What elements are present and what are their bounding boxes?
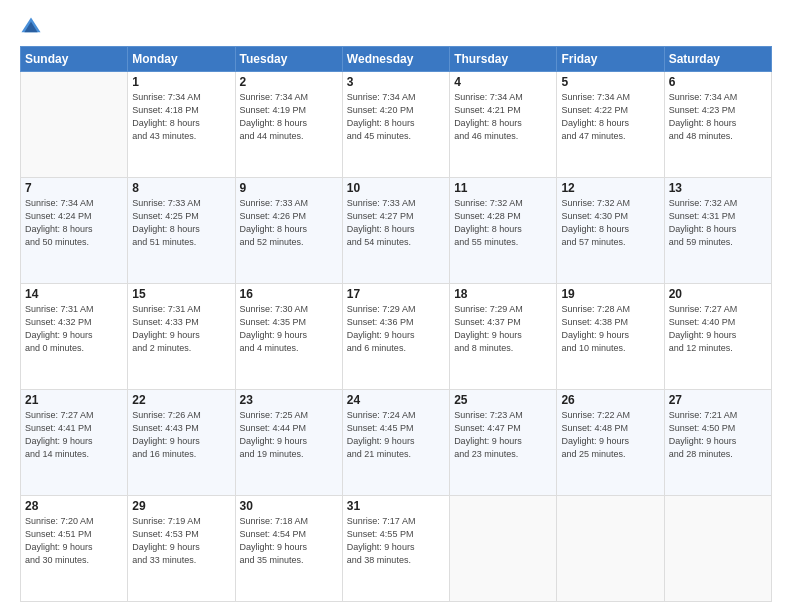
day-info: Sunrise: 7:29 AM Sunset: 4:36 PM Dayligh…	[347, 303, 445, 355]
day-info: Sunrise: 7:19 AM Sunset: 4:53 PM Dayligh…	[132, 515, 230, 567]
calendar-cell: 26Sunrise: 7:22 AM Sunset: 4:48 PM Dayli…	[557, 390, 664, 496]
day-info: Sunrise: 7:33 AM Sunset: 4:26 PM Dayligh…	[240, 197, 338, 249]
calendar-cell: 6Sunrise: 7:34 AM Sunset: 4:23 PM Daylig…	[664, 72, 771, 178]
calendar-cell: 29Sunrise: 7:19 AM Sunset: 4:53 PM Dayli…	[128, 496, 235, 602]
calendar: SundayMondayTuesdayWednesdayThursdayFrid…	[20, 46, 772, 602]
day-info: Sunrise: 7:26 AM Sunset: 4:43 PM Dayligh…	[132, 409, 230, 461]
day-header-sunday: Sunday	[21, 47, 128, 72]
day-number: 30	[240, 499, 338, 513]
day-number: 17	[347, 287, 445, 301]
day-info: Sunrise: 7:32 AM Sunset: 4:31 PM Dayligh…	[669, 197, 767, 249]
calendar-cell: 1Sunrise: 7:34 AM Sunset: 4:18 PM Daylig…	[128, 72, 235, 178]
day-number: 5	[561, 75, 659, 89]
day-number: 20	[669, 287, 767, 301]
calendar-cell: 10Sunrise: 7:33 AM Sunset: 4:27 PM Dayli…	[342, 178, 449, 284]
day-number: 25	[454, 393, 552, 407]
day-info: Sunrise: 7:28 AM Sunset: 4:38 PM Dayligh…	[561, 303, 659, 355]
calendar-cell: 15Sunrise: 7:31 AM Sunset: 4:33 PM Dayli…	[128, 284, 235, 390]
page: SundayMondayTuesdayWednesdayThursdayFrid…	[0, 0, 792, 612]
day-number: 2	[240, 75, 338, 89]
day-number: 8	[132, 181, 230, 195]
day-header-tuesday: Tuesday	[235, 47, 342, 72]
calendar-cell: 25Sunrise: 7:23 AM Sunset: 4:47 PM Dayli…	[450, 390, 557, 496]
calendar-cell: 30Sunrise: 7:18 AM Sunset: 4:54 PM Dayli…	[235, 496, 342, 602]
day-number: 6	[669, 75, 767, 89]
day-number: 28	[25, 499, 123, 513]
calendar-cell: 31Sunrise: 7:17 AM Sunset: 4:55 PM Dayli…	[342, 496, 449, 602]
calendar-cell: 23Sunrise: 7:25 AM Sunset: 4:44 PM Dayli…	[235, 390, 342, 496]
calendar-cell	[664, 496, 771, 602]
day-header-friday: Friday	[557, 47, 664, 72]
logo-icon	[20, 16, 42, 38]
day-number: 22	[132, 393, 230, 407]
calendar-cell: 8Sunrise: 7:33 AM Sunset: 4:25 PM Daylig…	[128, 178, 235, 284]
day-info: Sunrise: 7:34 AM Sunset: 4:24 PM Dayligh…	[25, 197, 123, 249]
calendar-week-row: 14Sunrise: 7:31 AM Sunset: 4:32 PM Dayli…	[21, 284, 772, 390]
day-number: 13	[669, 181, 767, 195]
day-info: Sunrise: 7:31 AM Sunset: 4:32 PM Dayligh…	[25, 303, 123, 355]
day-number: 16	[240, 287, 338, 301]
calendar-cell: 3Sunrise: 7:34 AM Sunset: 4:20 PM Daylig…	[342, 72, 449, 178]
calendar-cell: 17Sunrise: 7:29 AM Sunset: 4:36 PM Dayli…	[342, 284, 449, 390]
day-info: Sunrise: 7:34 AM Sunset: 4:22 PM Dayligh…	[561, 91, 659, 143]
calendar-week-row: 7Sunrise: 7:34 AM Sunset: 4:24 PM Daylig…	[21, 178, 772, 284]
day-info: Sunrise: 7:24 AM Sunset: 4:45 PM Dayligh…	[347, 409, 445, 461]
day-number: 21	[25, 393, 123, 407]
calendar-cell: 21Sunrise: 7:27 AM Sunset: 4:41 PM Dayli…	[21, 390, 128, 496]
calendar-cell: 24Sunrise: 7:24 AM Sunset: 4:45 PM Dayli…	[342, 390, 449, 496]
day-header-thursday: Thursday	[450, 47, 557, 72]
calendar-cell: 22Sunrise: 7:26 AM Sunset: 4:43 PM Dayli…	[128, 390, 235, 496]
day-info: Sunrise: 7:29 AM Sunset: 4:37 PM Dayligh…	[454, 303, 552, 355]
calendar-cell: 14Sunrise: 7:31 AM Sunset: 4:32 PM Dayli…	[21, 284, 128, 390]
day-info: Sunrise: 7:34 AM Sunset: 4:23 PM Dayligh…	[669, 91, 767, 143]
day-number: 14	[25, 287, 123, 301]
day-info: Sunrise: 7:27 AM Sunset: 4:40 PM Dayligh…	[669, 303, 767, 355]
day-info: Sunrise: 7:33 AM Sunset: 4:25 PM Dayligh…	[132, 197, 230, 249]
day-info: Sunrise: 7:22 AM Sunset: 4:48 PM Dayligh…	[561, 409, 659, 461]
day-number: 12	[561, 181, 659, 195]
calendar-cell: 11Sunrise: 7:32 AM Sunset: 4:28 PM Dayli…	[450, 178, 557, 284]
calendar-cell	[450, 496, 557, 602]
day-info: Sunrise: 7:17 AM Sunset: 4:55 PM Dayligh…	[347, 515, 445, 567]
day-info: Sunrise: 7:32 AM Sunset: 4:30 PM Dayligh…	[561, 197, 659, 249]
day-info: Sunrise: 7:25 AM Sunset: 4:44 PM Dayligh…	[240, 409, 338, 461]
day-number: 26	[561, 393, 659, 407]
day-info: Sunrise: 7:18 AM Sunset: 4:54 PM Dayligh…	[240, 515, 338, 567]
day-number: 1	[132, 75, 230, 89]
calendar-cell	[557, 496, 664, 602]
calendar-cell: 27Sunrise: 7:21 AM Sunset: 4:50 PM Dayli…	[664, 390, 771, 496]
day-info: Sunrise: 7:20 AM Sunset: 4:51 PM Dayligh…	[25, 515, 123, 567]
calendar-cell: 28Sunrise: 7:20 AM Sunset: 4:51 PM Dayli…	[21, 496, 128, 602]
calendar-cell: 5Sunrise: 7:34 AM Sunset: 4:22 PM Daylig…	[557, 72, 664, 178]
day-number: 23	[240, 393, 338, 407]
calendar-cell: 7Sunrise: 7:34 AM Sunset: 4:24 PM Daylig…	[21, 178, 128, 284]
day-info: Sunrise: 7:34 AM Sunset: 4:20 PM Dayligh…	[347, 91, 445, 143]
day-info: Sunrise: 7:32 AM Sunset: 4:28 PM Dayligh…	[454, 197, 552, 249]
day-info: Sunrise: 7:30 AM Sunset: 4:35 PM Dayligh…	[240, 303, 338, 355]
day-number: 11	[454, 181, 552, 195]
day-info: Sunrise: 7:33 AM Sunset: 4:27 PM Dayligh…	[347, 197, 445, 249]
logo	[20, 16, 46, 38]
day-number: 31	[347, 499, 445, 513]
day-number: 27	[669, 393, 767, 407]
header	[20, 16, 772, 38]
calendar-cell: 18Sunrise: 7:29 AM Sunset: 4:37 PM Dayli…	[450, 284, 557, 390]
day-number: 19	[561, 287, 659, 301]
day-number: 15	[132, 287, 230, 301]
calendar-week-row: 21Sunrise: 7:27 AM Sunset: 4:41 PM Dayli…	[21, 390, 772, 496]
calendar-cell: 13Sunrise: 7:32 AM Sunset: 4:31 PM Dayli…	[664, 178, 771, 284]
calendar-week-row: 1Sunrise: 7:34 AM Sunset: 4:18 PM Daylig…	[21, 72, 772, 178]
day-number: 9	[240, 181, 338, 195]
day-info: Sunrise: 7:34 AM Sunset: 4:18 PM Dayligh…	[132, 91, 230, 143]
calendar-cell: 9Sunrise: 7:33 AM Sunset: 4:26 PM Daylig…	[235, 178, 342, 284]
calendar-cell: 2Sunrise: 7:34 AM Sunset: 4:19 PM Daylig…	[235, 72, 342, 178]
day-number: 29	[132, 499, 230, 513]
day-header-saturday: Saturday	[664, 47, 771, 72]
day-info: Sunrise: 7:31 AM Sunset: 4:33 PM Dayligh…	[132, 303, 230, 355]
calendar-cell: 12Sunrise: 7:32 AM Sunset: 4:30 PM Dayli…	[557, 178, 664, 284]
day-number: 10	[347, 181, 445, 195]
day-info: Sunrise: 7:34 AM Sunset: 4:21 PM Dayligh…	[454, 91, 552, 143]
calendar-cell: 20Sunrise: 7:27 AM Sunset: 4:40 PM Dayli…	[664, 284, 771, 390]
day-info: Sunrise: 7:23 AM Sunset: 4:47 PM Dayligh…	[454, 409, 552, 461]
calendar-header-row: SundayMondayTuesdayWednesdayThursdayFrid…	[21, 47, 772, 72]
